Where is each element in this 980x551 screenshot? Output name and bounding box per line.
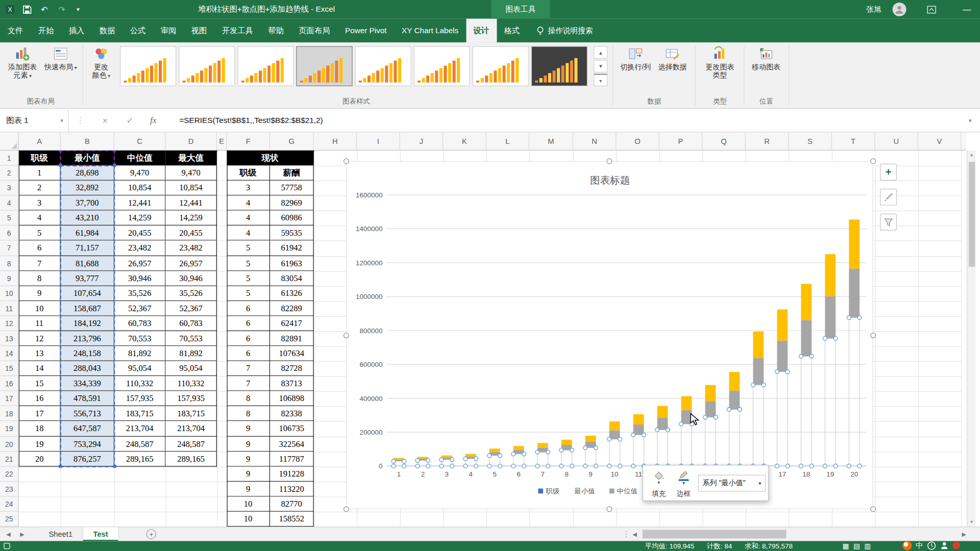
data-cell[interactable]: 9,470 bbox=[114, 165, 165, 180]
row-header-6[interactable]: 6 bbox=[0, 226, 18, 240]
data-cell[interactable]: 35,526 bbox=[114, 286, 165, 301]
data-cell[interactable]: 157,935 bbox=[165, 391, 216, 406]
formula-bar-splitter[interactable]: ⋮ bbox=[76, 109, 84, 132]
chart-filters-button[interactable] bbox=[880, 214, 897, 231]
series-selection-handle[interactable] bbox=[487, 454, 492, 458]
series-selection-handle[interactable] bbox=[463, 457, 468, 461]
series-selection-handle[interactable] bbox=[762, 383, 766, 387]
data-cell[interactable]: 876,257 bbox=[61, 452, 114, 466]
row-header-11[interactable]: 11 bbox=[0, 301, 18, 316]
ribbon-tab-7[interactable]: 视图 bbox=[184, 19, 214, 43]
series-selection-handle[interactable] bbox=[751, 383, 755, 387]
series-selection-handle[interactable] bbox=[703, 415, 707, 419]
data-cell[interactable]: 12 bbox=[19, 331, 61, 346]
series-selection-handle[interactable] bbox=[823, 336, 827, 340]
tab-splitter[interactable]: ⋮ bbox=[623, 527, 630, 541]
data-cell[interactable]: 2 bbox=[19, 181, 61, 195]
scroll-right-icon[interactable]: ▶ bbox=[962, 529, 966, 540]
bar-min-segment[interactable] bbox=[537, 452, 548, 466]
data-cell[interactable]: 7 bbox=[227, 376, 270, 391]
row-header-24[interactable]: 24 bbox=[0, 496, 18, 511]
qat-customize-button[interactable]: ▾ bbox=[72, 0, 84, 19]
bar-median-segment[interactable] bbox=[705, 401, 716, 417]
data-cell[interactable]: 288,043 bbox=[61, 361, 114, 376]
column-header-k[interactable]: K bbox=[443, 133, 486, 150]
sheet-tab-sheet1[interactable]: Sheet1 bbox=[39, 527, 83, 541]
data-cell[interactable]: 11 bbox=[19, 316, 61, 331]
data-cell[interactable]: 289,165 bbox=[165, 452, 216, 466]
bar-max-segment[interactable] bbox=[561, 440, 572, 445]
data-cell[interactable]: 61326 bbox=[270, 286, 314, 301]
series-selection-handle[interactable] bbox=[631, 433, 635, 437]
data-cell[interactable]: 70,553 bbox=[165, 331, 216, 346]
bar-max-segment[interactable] bbox=[489, 448, 500, 452]
data-cell[interactable]: 1 bbox=[19, 165, 61, 180]
data-cell[interactable]: 28,698 bbox=[61, 165, 114, 180]
data-cell[interactable]: 15 bbox=[19, 376, 61, 391]
horizontal-scroll-thumb[interactable] bbox=[643, 530, 787, 538]
data-cell[interactable]: 3 bbox=[19, 195, 61, 210]
series-selection-handle[interactable] bbox=[511, 464, 516, 468]
series-selection-handle[interactable] bbox=[439, 464, 444, 468]
column-header-a[interactable]: A bbox=[19, 133, 61, 150]
data-cell[interactable]: 61,984 bbox=[61, 226, 114, 240]
row-header-14[interactable]: 14 bbox=[0, 346, 18, 361]
data-cell[interactable]: 8 bbox=[227, 406, 270, 421]
series-selection-handle[interactable] bbox=[415, 464, 420, 468]
data-cell[interactable]: 10,854 bbox=[165, 181, 216, 195]
bar-min-segment[interactable] bbox=[585, 448, 596, 466]
bar-min-segment[interactable] bbox=[633, 435, 644, 466]
data-cell[interactable]: 83054 bbox=[270, 271, 314, 286]
data-cell[interactable]: 5 bbox=[227, 240, 270, 256]
data-cell[interactable]: 95,054 bbox=[114, 361, 165, 376]
bar-max-segment[interactable] bbox=[705, 385, 716, 402]
series-selection-handle[interactable] bbox=[511, 452, 516, 456]
data-cell[interactable]: 213,704 bbox=[114, 421, 165, 437]
data-cell[interactable]: 107634 bbox=[270, 346, 314, 361]
data-cell[interactable]: 82338 bbox=[270, 406, 314, 421]
column-header-m[interactable]: M bbox=[529, 133, 573, 150]
chart-style-thumbnail[interactable] bbox=[414, 46, 470, 86]
row-header-17[interactable]: 17 bbox=[0, 391, 18, 406]
data-cell[interactable]: 83713 bbox=[270, 376, 314, 391]
column-header-f[interactable]: F bbox=[227, 133, 270, 150]
series-selection-handle[interactable] bbox=[522, 464, 526, 468]
legend-label[interactable]: 职级 bbox=[546, 487, 559, 495]
ribbon-tab-5[interactable]: 公式 bbox=[122, 19, 153, 43]
bar-median-segment[interactable] bbox=[777, 341, 788, 372]
ribbon-tab-4[interactable]: 数据 bbox=[92, 19, 122, 43]
bar-max-segment[interactable] bbox=[394, 458, 404, 460]
vertical-scroll-thumb[interactable] bbox=[969, 162, 975, 267]
redo-button[interactable]: ↷ bbox=[54, 0, 70, 19]
series-selection-handle[interactable] bbox=[426, 464, 430, 468]
save-button[interactable] bbox=[19, 0, 35, 19]
data-cell[interactable]: 158552 bbox=[270, 512, 314, 527]
insert-function-button[interactable]: fx bbox=[150, 109, 156, 132]
data-cell[interactable]: 52,367 bbox=[165, 301, 216, 316]
data-cell[interactable]: 6 bbox=[227, 331, 270, 346]
ribbon-tab-13[interactable]: 设计 bbox=[466, 19, 497, 43]
row-header-1[interactable]: 1 bbox=[0, 151, 18, 165]
column-header-c[interactable]: C bbox=[114, 133, 165, 150]
sheet-nav-left-icon[interactable]: ◀ bbox=[6, 527, 10, 541]
ribbon-tab-6[interactable]: 审阅 bbox=[153, 19, 184, 43]
record-dot-icon[interactable] bbox=[952, 542, 960, 549]
bar-max-segment[interactable] bbox=[777, 310, 788, 341]
series-selection-handle[interactable] bbox=[402, 459, 406, 463]
data-cell[interactable]: 9 bbox=[227, 482, 270, 496]
scroll-left-icon[interactable]: ◀ bbox=[632, 529, 636, 540]
data-cell[interactable]: 61963 bbox=[270, 256, 314, 271]
series-selection-handle[interactable] bbox=[823, 464, 827, 468]
data-cell[interactable]: 5 bbox=[19, 226, 61, 240]
row-header-4[interactable]: 4 bbox=[0, 195, 18, 210]
data-cell[interactable]: 61942 bbox=[270, 240, 314, 256]
data-cell[interactable]: 213,704 bbox=[165, 421, 216, 437]
row-header-10[interactable]: 10 bbox=[0, 286, 18, 301]
data-cell[interactable]: 10 bbox=[227, 512, 270, 527]
data-cell[interactable]: 9 bbox=[19, 286, 61, 301]
ribbon-tab-9[interactable]: 帮助 bbox=[261, 19, 291, 43]
data-cell[interactable]: 6 bbox=[227, 301, 270, 316]
user-name[interactable]: 张旭 bbox=[866, 0, 881, 19]
header-cell[interactable]: 最小值 bbox=[61, 151, 114, 165]
bar-min-segment[interactable] bbox=[729, 409, 740, 466]
